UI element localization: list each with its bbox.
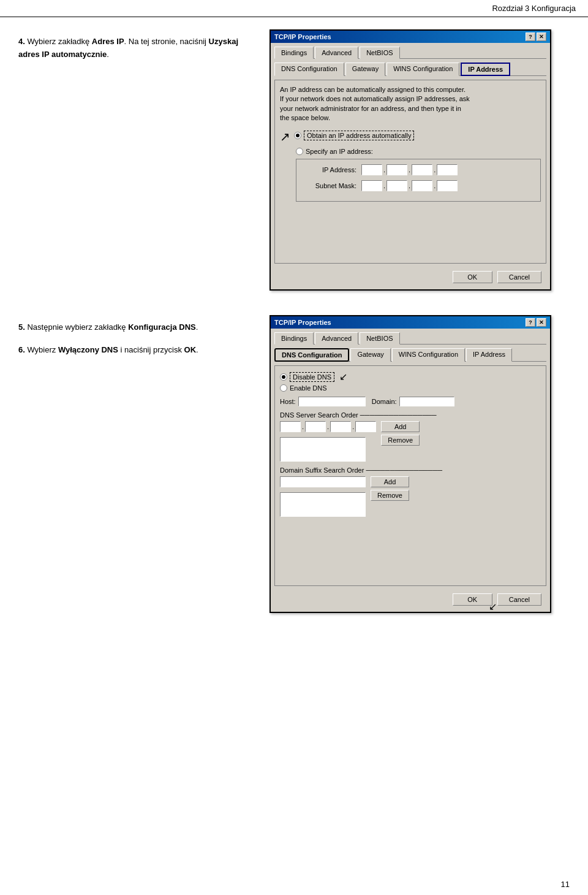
tab-advanced-2[interactable]: Advanced xyxy=(315,332,358,345)
tab-bar-2-row2: DNS Configuration Gateway WINS Configura… xyxy=(274,348,546,362)
tab-dns-config-2[interactable]: DNS Configuration xyxy=(274,348,349,362)
radio-disable-circle xyxy=(280,373,287,381)
help-button-1[interactable]: ? xyxy=(526,32,535,41)
dns-server-add-btn[interactable]: Add xyxy=(381,421,420,432)
tab-bar-1-row1: Bindings Advanced NetBIOS xyxy=(274,47,546,59)
ip-field-1[interactable] xyxy=(361,164,382,175)
dns-server-btns: Add Remove xyxy=(381,421,420,446)
subnet-field-1[interactable] xyxy=(361,180,382,191)
help-button-2[interactable]: ? xyxy=(526,318,535,327)
step-6-number: 6. xyxy=(18,345,25,354)
cancel-button-1[interactable]: Cancel xyxy=(497,271,541,283)
tab-bindings-1[interactable]: Bindings xyxy=(274,47,314,59)
dialog-2-panel: Disable DNS ↙ Enable DNS Host: xyxy=(274,365,546,586)
subnet-field-2[interactable] xyxy=(386,180,407,191)
page-footer: 11 xyxy=(561,880,570,889)
ip-address-label: IP Address: xyxy=(301,166,356,173)
dialog-1-info: An IP address can be automatically assig… xyxy=(280,85,541,123)
radio-enable-dns[interactable]: Enable DNS xyxy=(280,384,541,392)
ip-field-3[interactable] xyxy=(412,164,432,175)
tab-dns-config-1[interactable]: DNS Configuration xyxy=(274,63,344,76)
radio-specify-circle xyxy=(296,148,303,155)
ip-address-row: IP Address: . . . xyxy=(301,164,535,175)
cursor-arrow-ok: ↙ xyxy=(489,601,497,612)
ip-address-input-group: . . . xyxy=(361,164,458,175)
radio-disable-dns[interactable]: Disable DNS ↙ xyxy=(280,371,541,383)
tab-bindings-2[interactable]: Bindings xyxy=(274,332,314,345)
subnet-field-3[interactable] xyxy=(412,180,432,191)
dns-host-label: Host: xyxy=(280,398,296,405)
page-number: 11 xyxy=(561,880,570,889)
dns-suffix-remove-btn[interactable]: Remove xyxy=(371,490,409,501)
tab-bar-2-row1: Bindings Advanced NetBIOS xyxy=(274,332,546,345)
radio-specify-ip[interactable]: Specify an IP address: xyxy=(296,148,541,155)
dns-ip-1[interactable] xyxy=(280,421,301,432)
dns-server-label: DNS Server Search Order ──────────────── xyxy=(280,411,541,419)
dns-ip-3[interactable] xyxy=(330,421,351,432)
close-button-1[interactable]: ✕ xyxy=(537,32,546,41)
dns-suffix-listbox[interactable] xyxy=(280,492,366,517)
dns-server-section: DNS Server Search Order ────────────────… xyxy=(280,411,541,462)
dns-server-remove-btn[interactable]: Remove xyxy=(381,435,420,446)
dns-host-domain-row: Host: Domain: xyxy=(280,397,541,406)
radio-enable-label: Enable DNS xyxy=(290,384,327,392)
tab-netbios-1[interactable]: NetBIOS xyxy=(360,47,399,59)
tab-bar-1-row2: DNS Configuration Gateway WINS Configura… xyxy=(274,63,546,76)
dns-host-input[interactable] xyxy=(298,397,366,406)
dns-server-list-area: . . . xyxy=(280,421,376,462)
tab-ip-address-2[interactable]: IP Address xyxy=(466,348,512,362)
dns-suffix-list-area xyxy=(280,476,366,517)
dialog-2-titlebar-buttons: ? ✕ xyxy=(526,318,546,327)
section-4: 4. Wybierz zakładkę Adres IP. Na tej str… xyxy=(18,29,570,291)
step-4-bold-1: Adres IP xyxy=(92,37,124,46)
dns-domain-input[interactable] xyxy=(399,397,454,406)
tab-gateway-2[interactable]: Gateway xyxy=(350,348,390,362)
dns-radio-group: Disable DNS ↙ Enable DNS xyxy=(280,371,541,392)
close-button-2[interactable]: ✕ xyxy=(537,318,546,327)
step-6-bold-2: OK xyxy=(184,345,197,354)
cursor-arrow-1: ↙ xyxy=(339,371,347,383)
page-title: Rozdział 3 Konfiguracja xyxy=(492,4,576,13)
tab-ip-address-1[interactable]: IP Address xyxy=(461,63,510,76)
dialog-2-buttons: OK ↙ Cancel xyxy=(274,591,546,608)
dialog-tcpip-1: TCP/IP Properties ? ✕ Bindings Advanced … xyxy=(270,29,551,291)
dns-suffix-input[interactable] xyxy=(280,476,366,487)
dialog-1-buttons: OK Cancel xyxy=(274,268,546,286)
dns-ip-2[interactable] xyxy=(305,421,326,432)
dns-server-ip-group: . . . xyxy=(280,421,376,432)
dns-server-listbox[interactable] xyxy=(280,437,366,462)
radio-auto-ip[interactable]: Obtain an IP address automatically xyxy=(294,131,414,140)
dns-section: Disable DNS ↙ Enable DNS Host: xyxy=(280,371,541,517)
dns-host-group: Host: xyxy=(280,397,366,406)
page-header: Rozdział 3 Konfiguracja xyxy=(0,0,588,17)
subnet-mask-label: Subnet Mask: xyxy=(301,182,356,189)
ok-button-2[interactable]: OK ↙ xyxy=(453,593,492,606)
main-content: 4. Wybierz zakładkę Adres IP. Na tej str… xyxy=(0,17,588,650)
ip-field-2[interactable] xyxy=(386,164,407,175)
tab-wins-1[interactable]: WINS Configuration xyxy=(386,63,459,76)
dialog-1-titlebar: TCP/IP Properties ? ✕ xyxy=(271,31,550,43)
section-5-6: 5. Następnie wybierz zakładkę Konfigurac… xyxy=(18,315,570,613)
cancel-button-2[interactable]: Cancel xyxy=(497,593,541,606)
step-5-number: 5. xyxy=(18,322,25,332)
dns-ip-4[interactable] xyxy=(355,421,376,432)
tab-gateway-1[interactable]: Gateway xyxy=(345,63,385,76)
dns-suffix-add-btn[interactable]: Add xyxy=(371,476,409,487)
dns-suffix-label: Domain Suffix Search Order ─────────────… xyxy=(280,467,541,474)
section-5-6-text: 5. Następnie wybierz zakładkę Konfigurac… xyxy=(18,315,251,357)
subnet-field-4[interactable] xyxy=(437,180,458,191)
dialog-tcpip-2: TCP/IP Properties ? ✕ Bindings Advanced … xyxy=(270,315,551,613)
dialog-2-titlebar: TCP/IP Properties ? ✕ xyxy=(271,316,550,329)
tab-advanced-1[interactable]: Advanced xyxy=(315,47,358,59)
section-4-text: 4. Wybierz zakładkę Adres IP. Na tej str… xyxy=(18,29,251,61)
tab-netbios-2[interactable]: NetBIOS xyxy=(360,332,399,345)
tab-wins-2[interactable]: WINS Configuration xyxy=(392,348,465,362)
subnet-input-group: . . . xyxy=(361,180,458,191)
radio-disable-label: Disable DNS xyxy=(290,372,334,382)
dialog-1-body: Bindings Advanced NetBIOS DNS Configurat… xyxy=(271,43,550,289)
step-6-bold-1: Wyłączony DNS xyxy=(58,345,118,354)
ok-button-1[interactable]: OK xyxy=(453,271,492,283)
dialog-2-body: Bindings Advanced NetBIOS DNS Configurat… xyxy=(271,329,550,612)
ip-field-4[interactable] xyxy=(437,164,458,175)
radio-specify-label: Specify an IP address: xyxy=(306,148,373,155)
